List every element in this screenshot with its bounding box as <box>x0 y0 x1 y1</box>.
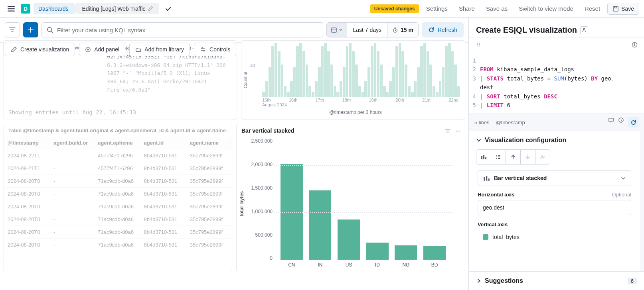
svg-rect-24 <box>485 157 486 159</box>
breadcrumb-dashboards[interactable]: Dashboards <box>34 3 74 14</box>
table-row[interactable]: 2024-08-21T1-4577f471-62968b4d3710-53135… <box>4 162 232 175</box>
add-layer-icon[interactable] <box>520 149 535 165</box>
chart-gridline <box>274 212 453 213</box>
switch-view-link[interactable]: Switch to view mode <box>515 3 577 14</box>
histogram-xtick: 22nd <box>449 98 458 102</box>
sidepanel-header: Create ES|QL visualization <box>469 18 644 37</box>
metric-color-swatch <box>483 234 488 240</box>
histogram-xtick: 21st <box>422 98 431 102</box>
svg-point-17 <box>479 44 480 45</box>
bar-chart-icon <box>483 174 490 182</box>
svg-point-11 <box>456 131 456 131</box>
line-number: 1 <box>471 56 480 65</box>
svg-rect-26 <box>486 176 487 181</box>
add-panel-label: Add panel <box>94 46 119 53</box>
vertical-axis-field[interactable]: total_bytes <box>478 230 631 244</box>
table-row[interactable]: 2024-08-20T0-71ac9cdb-d0a68b4d3710-53135… <box>4 188 232 200</box>
space-avatar[interactable]: D <box>21 4 30 14</box>
filter-icon-button[interactable] <box>5 22 20 37</box>
history-icon[interactable] <box>618 117 624 127</box>
sliders-icon <box>200 46 206 53</box>
kql-search[interactable] <box>41 22 323 37</box>
editor-status-bar: 5 lines @timestamp <box>469 114 644 131</box>
add-panel-button[interactable]: Add panel <box>79 43 125 56</box>
chart-panel-title: Bar vertical stacked <box>237 124 465 137</box>
panel-filter-icon[interactable] <box>443 127 452 135</box>
histogram-bar <box>429 65 432 97</box>
share-link[interactable]: Share <box>455 3 479 14</box>
workspace: Last 7 days 15 m Refresh Create visualiz… <box>0 18 644 290</box>
histogram-xtick: 19th <box>369 98 377 102</box>
histogram-xtick: 17th <box>316 98 324 102</box>
reference-line-icon[interactable] <box>506 149 521 165</box>
date-range-label[interactable]: Last 7 days <box>347 23 387 37</box>
table-row[interactable]: 2024-08-20T0-71ac9cdb-d0a68b4d3710-53135… <box>4 226 232 239</box>
svg-rect-1 <box>614 6 617 8</box>
annotations-layer-icon[interactable] <box>491 149 506 165</box>
svg-point-6 <box>202 48 203 49</box>
chart-plot-area: CNINUSIDNGBD 0500,0001,000,0001,500,0002… <box>245 140 457 268</box>
save-icon <box>612 6 619 12</box>
svg-point-13 <box>459 131 460 131</box>
beaker-icon[interactable] <box>580 26 588 34</box>
svg-point-10 <box>226 131 227 131</box>
table-row[interactable]: 2024-08-20T0-71ac9cdb-d0a68b4d3710-53135… <box>4 239 232 251</box>
save-button[interactable]: Save <box>607 3 639 15</box>
refresh-interval[interactable]: 15 m <box>387 23 418 37</box>
histogram-xaxis: 15th16th17th18th19th20th21st22nd <box>251 97 460 102</box>
svg-rect-0 <box>613 6 618 11</box>
layer-settings-icon[interactable] <box>535 149 550 165</box>
reset-link[interactable]: Reset <box>581 3 604 14</box>
table-row[interactable]: 2024-08-20T0-71ac9cdb-d0a68b4d3710-53135… <box>4 200 232 213</box>
add-filter-button[interactable] <box>23 22 38 37</box>
breadcrumb-current[interactable]: Editing [Logs] Web Traffic <box>76 3 159 14</box>
table-title: Table @timestamp & agent.build.original … <box>4 124 232 137</box>
svg-point-14 <box>477 43 478 43</box>
run-query-button[interactable] <box>628 117 638 127</box>
histogram-xsub: August 2024 <box>251 102 460 107</box>
histogram-bar <box>281 65 284 97</box>
table-row[interactable]: 2024-08-20T0-71ac9cdb-d0a68b4d3710-53135… <box>4 213 232 226</box>
table-row[interactable]: 2024-08-20T0-71ac9cdb-d0a68b4d3710-53135… <box>4 175 232 188</box>
log-footer: Showing entries until Aug 22, 16:45:13 <box>8 109 136 116</box>
calendar-icon <box>331 27 337 33</box>
chart-ytick: 1,000,000 <box>245 209 273 214</box>
data-layer-icon[interactable] <box>476 149 491 165</box>
chart-bar <box>309 190 331 260</box>
grip-icon[interactable] <box>474 40 483 49</box>
add-from-library-button[interactable]: Add from library <box>129 43 190 56</box>
suggestions-toggle[interactable]: Suggestions 6 <box>469 271 644 290</box>
kql-input[interactable] <box>57 27 318 33</box>
hamburger-menu-icon[interactable] <box>5 2 18 15</box>
save-as-link[interactable]: Save as <box>482 3 512 14</box>
table-header[interactable]: agent.build.or <box>49 137 94 149</box>
feedback-icon[interactable] <box>608 117 614 127</box>
info-icon[interactable] <box>630 40 639 49</box>
chart-ylabel: total_bytes <box>238 191 245 216</box>
panel-options-icon[interactable] <box>221 127 229 135</box>
esql-editor[interactable]: 1 2FROM kibana_sample_data_logs 3| STATS… <box>469 52 644 114</box>
chart-ytick: 1,500,000 <box>245 185 273 191</box>
editor-toolbar <box>469 37 644 52</box>
settings-link[interactable]: Settings <box>422 3 452 14</box>
refresh-button[interactable]: Refresh <box>422 22 464 37</box>
table-header[interactable]: agent.epheme <box>94 137 140 149</box>
histogram-xtick: 15th <box>262 98 271 102</box>
panel-options-icon[interactable] <box>454 127 462 135</box>
histogram-bar <box>315 81 318 97</box>
create-visualization-button[interactable]: Create visualization <box>5 43 75 56</box>
table-header[interactable]: agent.id <box>140 137 186 149</box>
viz-config-toggle[interactable]: Visualization configuration <box>469 131 640 149</box>
histogram-xlabel: @timestamp per 3 hours <box>251 107 460 115</box>
pencil-icon <box>148 6 153 11</box>
table-header[interactable]: @timestamp <box>4 137 49 149</box>
horizontal-axis-field[interactable]: geo.dest <box>478 200 631 215</box>
line-number: 2 <box>471 65 480 74</box>
table-header[interactable]: agent.name <box>186 137 232 149</box>
chevron-right-icon <box>476 278 482 284</box>
table-row[interactable]: 2024-08-22T1-4577f471-62968b4d3710-53135… <box>4 149 232 162</box>
calendar-button[interactable] <box>327 23 347 37</box>
chart-type-selector[interactable]: Bar vertical stacked <box>478 170 631 186</box>
panel-filter-icon[interactable] <box>210 127 219 135</box>
controls-button[interactable]: Controls <box>194 43 236 56</box>
